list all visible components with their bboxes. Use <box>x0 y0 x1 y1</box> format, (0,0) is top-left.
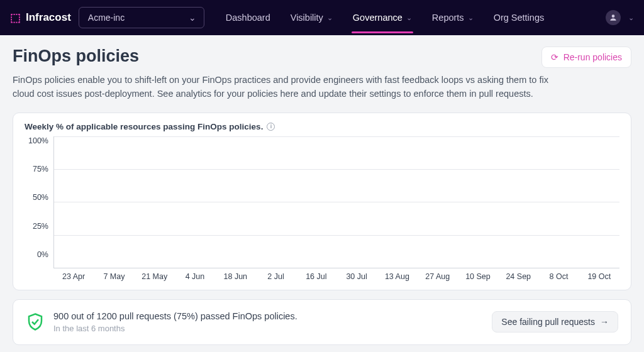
x-tick-label: 2 Jul <box>255 272 296 281</box>
refresh-icon: ⟳ <box>551 52 558 62</box>
chart-card: Weekly % of applicable resources passing… <box>13 113 631 290</box>
chart-area: 100% 75% 50% 25% 0% <box>25 136 619 268</box>
summary-card: 900 out of 1200 pull requests (75%) pass… <box>13 299 631 345</box>
logo-icon: ⬚ <box>10 11 21 25</box>
plot-area <box>53 136 619 268</box>
x-tick-label: 27 Aug <box>418 272 458 281</box>
page-body: FinOps policies ⟳ Re-run policies FinOps… <box>0 35 644 352</box>
x-tick-label: 24 Sep <box>498 272 538 281</box>
rerun-policies-button[interactable]: ⟳ Re-run policies <box>541 47 631 68</box>
svg-point-0 <box>612 14 615 18</box>
nav-reports[interactable]: Reports⌄ <box>423 8 482 28</box>
chevron-down-icon: ⌄ <box>468 14 474 22</box>
nav-visibility[interactable]: Visibility⌄ <box>282 8 341 28</box>
page-title: FinOps policies <box>13 47 139 66</box>
nav-links: Dashboard Visibility⌄ Governance⌄ Report… <box>217 8 553 28</box>
page-header: FinOps policies ⟳ Re-run policies <box>13 47 631 68</box>
navbar: ⬚ Infracost Acme-inc Dashboard Visibilit… <box>0 0 644 35</box>
x-axis: 23 Apr7 May21 May4 Jun18 Jun2 Jul16 Jul3… <box>53 272 619 281</box>
nav-org-settings[interactable]: Org Settings <box>485 8 553 28</box>
chevron-down-icon[interactable]: ⌄ <box>628 14 634 22</box>
x-tick-label: 19 Oct <box>579 272 619 281</box>
shield-check-icon <box>26 312 45 331</box>
brand-logo: ⬚ Infracost <box>10 11 71 25</box>
brand-text: Infracost <box>26 11 71 24</box>
info-icon[interactable]: i <box>267 123 275 131</box>
x-tick-label: 23 Apr <box>53 272 94 281</box>
page-description: FinOps policies enable you to shift-left… <box>13 73 566 101</box>
x-tick-label: 30 Jul <box>336 272 377 281</box>
chart-title: Weekly % of applicable resources passing… <box>25 122 619 131</box>
x-tick-label: 21 May <box>135 272 175 281</box>
x-tick-label: 8 Oct <box>538 272 579 281</box>
summary-main: 900 out of 1200 pull requests (75%) pass… <box>53 311 483 321</box>
arrow-right-icon: → <box>600 317 609 327</box>
summary-text: 900 out of 1200 pull requests (75%) pass… <box>53 311 483 333</box>
x-tick-label: 7 May <box>94 272 134 281</box>
x-tick-label: 16 Jul <box>296 272 336 281</box>
y-axis: 100% 75% 50% 25% 0% <box>25 136 53 259</box>
chevron-down-icon: ⌄ <box>406 14 412 22</box>
summary-sub: In the last 6 months <box>53 324 483 333</box>
x-tick-label: 13 Aug <box>377 272 417 281</box>
org-selector[interactable]: Acme-inc <box>79 7 204 28</box>
user-avatar-icon[interactable] <box>606 10 621 25</box>
chevron-down-icon: ⌄ <box>327 14 333 22</box>
nav-governance[interactable]: Governance⌄ <box>344 8 421 28</box>
x-tick-label: 18 Jun <box>215 272 255 281</box>
see-failing-button[interactable]: See failing pull requests → <box>492 311 618 333</box>
x-tick-label: 4 Jun <box>175 272 215 281</box>
org-name: Acme-inc <box>88 13 125 23</box>
nav-dashboard[interactable]: Dashboard <box>217 8 279 28</box>
x-tick-label: 10 Sep <box>458 272 498 281</box>
